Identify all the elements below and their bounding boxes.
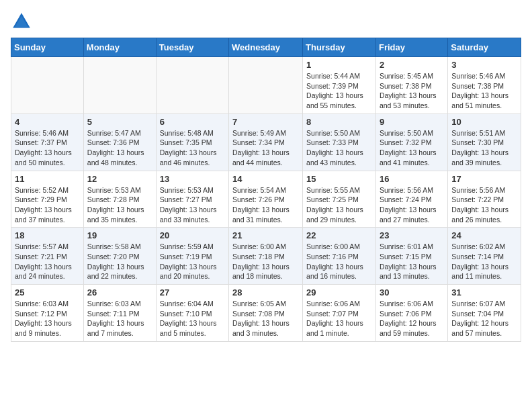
calendar-cell (83, 57, 156, 114)
day-number: 14 (232, 174, 299, 184)
day-info: Sunrise: 5:51 AM Sunset: 7:30 PM Dayligh… (451, 128, 517, 168)
day-number: 7 (232, 117, 299, 127)
day-number: 30 (380, 287, 444, 298)
day-number: 31 (451, 287, 517, 298)
day-info: Sunrise: 5:58 AM Sunset: 7:20 PM Dayligh… (87, 242, 152, 281)
day-info: Sunrise: 5:56 AM Sunset: 7:24 PM Dayligh… (380, 185, 444, 225)
calendar-cell: 21Sunrise: 6:00 AM Sunset: 7:18 PM Dayli… (229, 228, 303, 285)
calendar-cell (229, 57, 303, 114)
day-number: 17 (451, 174, 517, 184)
weekday-header: Sunday (11, 38, 84, 57)
calendar-cell: 8Sunrise: 5:50 AM Sunset: 7:33 PM Daylig… (303, 113, 376, 171)
day-number: 21 (232, 230, 299, 240)
day-info: Sunrise: 5:55 AM Sunset: 7:25 PM Dayligh… (306, 185, 372, 225)
day-number: 2 (380, 60, 444, 70)
day-info: Sunrise: 5:50 AM Sunset: 7:33 PM Dayligh… (306, 128, 372, 168)
day-number: 9 (380, 117, 444, 127)
weekday-header: Friday (375, 38, 447, 57)
weekday-header: Monday (83, 38, 156, 57)
weekday-header: Thursday (303, 38, 376, 57)
day-number: 6 (160, 117, 225, 127)
calendar-cell: 2Sunrise: 5:45 AM Sunset: 7:38 PM Daylig… (375, 57, 447, 114)
day-info: Sunrise: 6:01 AM Sunset: 7:15 PM Dayligh… (380, 242, 444, 281)
calendar-cell: 6Sunrise: 5:48 AM Sunset: 7:35 PM Daylig… (156, 113, 228, 171)
day-number: 28 (232, 287, 299, 298)
day-info: Sunrise: 5:49 AM Sunset: 7:34 PM Dayligh… (232, 128, 299, 168)
day-info: Sunrise: 5:52 AM Sunset: 7:29 PM Dayligh… (15, 185, 80, 225)
day-number: 4 (15, 117, 80, 127)
weekday-header: Tuesday (156, 38, 228, 57)
day-info: Sunrise: 6:05 AM Sunset: 7:08 PM Dayligh… (232, 299, 299, 338)
day-number: 11 (15, 174, 80, 184)
calendar-cell: 25Sunrise: 6:03 AM Sunset: 7:12 PM Dayli… (11, 285, 84, 342)
day-number: 23 (380, 230, 444, 240)
calendar-cell: 3Sunrise: 5:46 AM Sunset: 7:38 PM Daylig… (448, 57, 521, 114)
day-info: Sunrise: 5:44 AM Sunset: 7:39 PM Dayligh… (306, 71, 372, 111)
day-number: 13 (160, 174, 225, 184)
day-number: 27 (160, 287, 225, 298)
day-number: 25 (15, 287, 80, 298)
calendar-week-row: 25Sunrise: 6:03 AM Sunset: 7:12 PM Dayli… (11, 285, 521, 342)
calendar-week-row: 11Sunrise: 5:52 AM Sunset: 7:29 PM Dayli… (11, 171, 521, 228)
day-number: 20 (160, 230, 225, 240)
day-info: Sunrise: 5:45 AM Sunset: 7:38 PM Dayligh… (380, 71, 444, 111)
day-info: Sunrise: 5:59 AM Sunset: 7:19 PM Dayligh… (160, 242, 225, 281)
day-info: Sunrise: 6:04 AM Sunset: 7:10 PM Dayligh… (160, 299, 225, 338)
day-info: Sunrise: 5:54 AM Sunset: 7:26 PM Dayligh… (232, 185, 299, 225)
calendar-cell: 11Sunrise: 5:52 AM Sunset: 7:29 PM Dayli… (11, 171, 84, 228)
day-number: 5 (87, 117, 152, 127)
day-info: Sunrise: 6:06 AM Sunset: 7:07 PM Dayligh… (306, 299, 372, 338)
day-number: 3 (451, 60, 517, 70)
day-number: 1 (306, 60, 372, 70)
calendar-cell: 28Sunrise: 6:05 AM Sunset: 7:08 PM Dayli… (229, 285, 303, 342)
calendar-cell: 23Sunrise: 6:01 AM Sunset: 7:15 PM Dayli… (375, 228, 447, 285)
day-number: 18 (15, 230, 80, 240)
calendar-cell: 20Sunrise: 5:59 AM Sunset: 7:19 PM Dayli… (156, 228, 228, 285)
weekday-header: Saturday (448, 38, 521, 57)
calendar-cell (156, 57, 228, 114)
calendar-week-row: 1Sunrise: 5:44 AM Sunset: 7:39 PM Daylig… (11, 57, 521, 114)
calendar-cell: 29Sunrise: 6:06 AM Sunset: 7:07 PM Dayli… (303, 285, 376, 342)
day-number: 24 (451, 230, 517, 240)
day-info: Sunrise: 6:06 AM Sunset: 7:06 PM Dayligh… (380, 299, 444, 338)
calendar-cell: 15Sunrise: 5:55 AM Sunset: 7:25 PM Dayli… (303, 171, 376, 228)
day-number: 8 (306, 117, 372, 127)
day-info: Sunrise: 6:07 AM Sunset: 7:04 PM Dayligh… (451, 299, 517, 338)
day-info: Sunrise: 5:56 AM Sunset: 7:22 PM Dayligh… (451, 185, 517, 225)
logo (11, 11, 35, 32)
day-info: Sunrise: 5:57 AM Sunset: 7:21 PM Dayligh… (15, 242, 80, 281)
calendar-cell: 24Sunrise: 6:02 AM Sunset: 7:14 PM Dayli… (448, 228, 521, 285)
calendar-cell: 4Sunrise: 5:46 AM Sunset: 7:37 PM Daylig… (11, 113, 84, 171)
calendar-cell: 31Sunrise: 6:07 AM Sunset: 7:04 PM Dayli… (448, 285, 521, 342)
calendar-cell: 12Sunrise: 5:53 AM Sunset: 7:28 PM Dayli… (83, 171, 156, 228)
calendar-cell: 9Sunrise: 5:50 AM Sunset: 7:32 PM Daylig… (375, 113, 447, 171)
calendar-cell (11, 57, 84, 114)
calendar-cell: 19Sunrise: 5:58 AM Sunset: 7:20 PM Dayli… (83, 228, 156, 285)
day-info: Sunrise: 5:46 AM Sunset: 7:38 PM Dayligh… (451, 71, 517, 111)
day-number: 15 (306, 174, 372, 184)
day-number: 19 (87, 230, 152, 240)
calendar-header-row: SundayMondayTuesdayWednesdayThursdayFrid… (11, 38, 521, 57)
calendar-cell: 13Sunrise: 5:53 AM Sunset: 7:27 PM Dayli… (156, 171, 228, 228)
day-number: 26 (87, 287, 152, 298)
weekday-header: Wednesday (229, 38, 303, 57)
day-number: 12 (87, 174, 152, 184)
day-info: Sunrise: 6:00 AM Sunset: 7:18 PM Dayligh… (232, 242, 299, 281)
day-info: Sunrise: 5:48 AM Sunset: 7:35 PM Dayligh… (160, 128, 225, 168)
calendar-cell: 5Sunrise: 5:47 AM Sunset: 7:36 PM Daylig… (83, 113, 156, 171)
day-number: 10 (451, 117, 517, 127)
calendar-cell: 22Sunrise: 6:00 AM Sunset: 7:16 PM Dayli… (303, 228, 376, 285)
day-info: Sunrise: 5:50 AM Sunset: 7:32 PM Dayligh… (380, 128, 444, 168)
day-info: Sunrise: 5:47 AM Sunset: 7:36 PM Dayligh… (87, 128, 152, 168)
calendar-cell: 16Sunrise: 5:56 AM Sunset: 7:24 PM Dayli… (375, 171, 447, 228)
calendar-cell: 30Sunrise: 6:06 AM Sunset: 7:06 PM Dayli… (375, 285, 447, 342)
calendar-week-row: 4Sunrise: 5:46 AM Sunset: 7:37 PM Daylig… (11, 113, 521, 171)
day-info: Sunrise: 6:03 AM Sunset: 7:12 PM Dayligh… (15, 299, 80, 338)
page-header (11, 11, 521, 32)
calendar-cell: 14Sunrise: 5:54 AM Sunset: 7:26 PM Dayli… (229, 171, 303, 228)
calendar-cell: 26Sunrise: 6:03 AM Sunset: 7:11 PM Dayli… (83, 285, 156, 342)
calendar-cell: 10Sunrise: 5:51 AM Sunset: 7:30 PM Dayli… (448, 113, 521, 171)
day-info: Sunrise: 6:02 AM Sunset: 7:14 PM Dayligh… (451, 242, 517, 281)
day-info: Sunrise: 5:53 AM Sunset: 7:28 PM Dayligh… (87, 185, 152, 225)
day-info: Sunrise: 5:53 AM Sunset: 7:27 PM Dayligh… (160, 185, 225, 225)
